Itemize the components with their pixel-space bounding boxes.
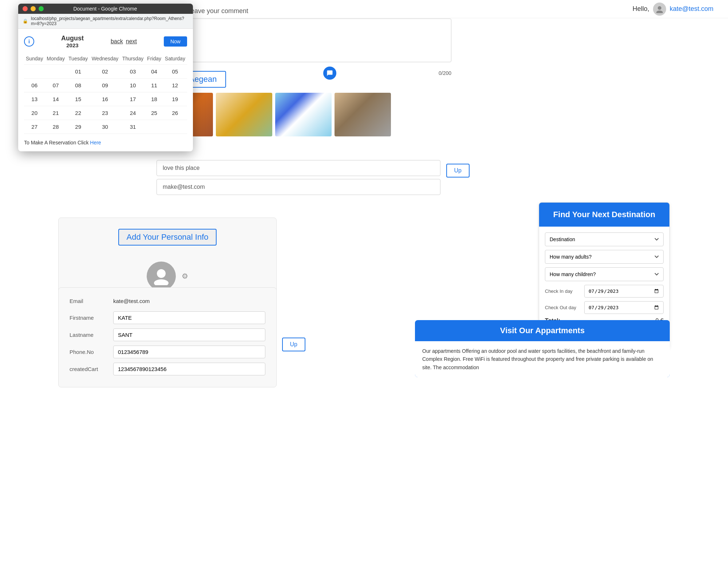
chat-icon-button[interactable] <box>323 67 336 80</box>
calendar-day[interactable]: 21 <box>45 106 67 120</box>
settings-icon[interactable]: ⚙ <box>182 272 188 280</box>
calendar-day[interactable]: 30 <box>90 120 120 134</box>
gallery-image-3 <box>275 93 332 136</box>
gallery-image-4 <box>335 93 391 136</box>
personal-info-title[interactable]: Add Your Personal Info <box>118 229 216 246</box>
lastname-input[interactable] <box>113 328 265 341</box>
svg-point-2 <box>157 269 166 278</box>
form-section: Email kate@test.com Firstname Lastname P… <box>58 287 277 387</box>
love-input[interactable] <box>157 160 440 176</box>
calendar-day[interactable]: 10 <box>120 79 146 92</box>
calendar-day[interactable]: 06 <box>24 79 45 92</box>
calendar-day[interactable]: 15 <box>67 92 90 106</box>
comment-char-count: 0/200 <box>439 70 451 76</box>
calendar-day[interactable]: 29 <box>67 120 90 134</box>
calendar-day[interactable]: 05 <box>163 65 187 79</box>
calendar-day[interactable]: 09 <box>90 79 120 92</box>
calendar-day[interactable]: 25 <box>145 106 163 120</box>
children-select[interactable]: How many children? <box>545 267 664 281</box>
calendar-day[interactable]: 17 <box>120 92 146 106</box>
calendar-day[interactable]: 13 <box>24 92 45 106</box>
header-hello-section: Hello, kate@test.com <box>633 3 713 16</box>
personal-info-header: Add Your Personal Info <box>70 229 265 254</box>
calendar-day[interactable]: 14 <box>45 92 67 106</box>
calendar-month-year: August 2023 <box>61 35 84 48</box>
calendar-day[interactable]: 20 <box>24 106 45 120</box>
form-row-firstname: Firstname <box>70 311 265 324</box>
calendar-day <box>145 120 163 134</box>
calendar-day[interactable]: 11 <box>145 79 163 92</box>
calendar-year: 2023 <box>61 42 84 48</box>
firstname-input[interactable] <box>113 311 265 324</box>
form-row-created: createdCart <box>70 363 265 375</box>
calendar-day[interactable]: 28 <box>45 120 67 134</box>
chrome-maximize-button[interactable] <box>39 6 44 11</box>
chrome-minimize-button[interactable] <box>31 6 36 11</box>
day-header-monday: Monday <box>45 53 67 65</box>
calendar-header-row: Sunday Monday Tuesday Wednesday Thursday… <box>24 53 187 65</box>
day-header-thursday: Thursday <box>120 53 146 65</box>
checkin-row: Check In day <box>545 285 664 298</box>
calendar-week-row: 20212223242526 <box>24 106 187 120</box>
calendar-info-icon[interactable]: i <box>24 36 34 47</box>
calendar-day[interactable]: 02 <box>90 65 120 79</box>
destination-header: Find Your Next Destination <box>539 203 669 227</box>
love-email-input[interactable] <box>157 179 440 195</box>
form-row-phone: Phone.No <box>70 346 265 358</box>
form-row-email: Email kate@test.com <box>70 295 265 307</box>
comment-label: leave your comment <box>189 7 451 15</box>
svg-point-3 <box>154 279 169 285</box>
calendar-day[interactable]: 12 <box>163 79 187 92</box>
checkout-row: Check Out day <box>545 301 664 314</box>
calendar-day[interactable]: 19 <box>163 92 187 106</box>
avatar-silhouette <box>147 262 176 291</box>
calendar-week-row: 2728293031 <box>24 120 187 134</box>
calendar-next-button[interactable]: next <box>126 38 137 45</box>
calendar-day[interactable]: 27 <box>24 120 45 134</box>
checkin-label: Check In day <box>545 288 581 294</box>
calendar-day <box>45 65 67 79</box>
calendar-day[interactable]: 18 <box>145 92 163 106</box>
gallery-image-2 <box>216 93 272 136</box>
calendar-reservation-text: To Make A Reservation Click Here <box>24 140 187 146</box>
calendar-day[interactable]: 23 <box>90 106 120 120</box>
created-label: createdCart <box>70 366 113 372</box>
adults-select[interactable]: How many adults? <box>545 250 664 264</box>
avatar-container: ⚙ <box>70 262 265 291</box>
firstname-label: Firstname <box>70 315 113 321</box>
calendar-day <box>163 120 187 134</box>
up-button-form[interactable]: Up <box>282 338 305 351</box>
visit-section: Visit Our Appartments Our appartments Of… <box>415 320 670 377</box>
destination-select[interactable]: Destination <box>545 232 664 246</box>
calendar-day[interactable]: 08 <box>67 79 90 92</box>
calendar-day[interactable]: 16 <box>90 92 120 106</box>
calendar-day[interactable]: 31 <box>120 120 146 134</box>
calendar-month: August <box>61 35 84 42</box>
calendar-day[interactable]: 01 <box>67 65 90 79</box>
calendar-day[interactable]: 26 <box>163 106 187 120</box>
comment-textarea[interactable] <box>189 19 451 62</box>
calendar-day[interactable]: 22 <box>67 106 90 120</box>
chrome-close-button[interactable] <box>23 6 28 11</box>
calendar-day[interactable]: 03 <box>120 65 146 79</box>
chrome-titlebar: Document - Google Chrome <box>18 4 193 14</box>
checkin-input[interactable] <box>584 285 664 298</box>
day-header-sunday: Sunday <box>24 53 45 65</box>
calendar-now-button[interactable]: Now <box>164 36 187 47</box>
calendar-month-row: i August 2023 back next Now <box>24 35 187 48</box>
calendar-back-button[interactable]: back <box>111 38 123 45</box>
created-input[interactable] <box>113 363 265 375</box>
up-button-love[interactable]: Up <box>446 164 470 178</box>
calendar-body: 0102030405060708091011121314151617181920… <box>24 65 187 134</box>
calendar-day[interactable]: 07 <box>45 79 67 92</box>
checkout-input[interactable] <box>584 301 664 314</box>
calendar-week-row: 13141516171819 <box>24 92 187 106</box>
calendar-day[interactable]: 24 <box>120 106 146 120</box>
header-email: kate@test.com <box>670 5 713 13</box>
calendar-day[interactable]: 04 <box>145 65 163 79</box>
reservation-here-link[interactable]: Here <box>90 140 101 146</box>
love-section: Up <box>157 160 440 195</box>
email-value: kate@test.com <box>113 295 265 307</box>
phone-input[interactable] <box>113 346 265 358</box>
chrome-url[interactable]: localhost/php_projects/aegean_apartments… <box>31 16 189 26</box>
